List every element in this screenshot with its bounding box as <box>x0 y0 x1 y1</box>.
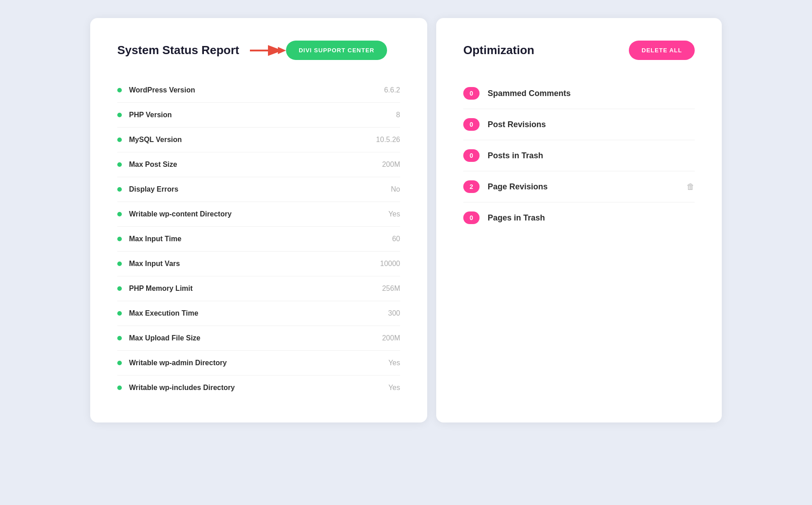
optimization-title: Optimization <box>463 43 534 57</box>
status-item: Max Input Time 60 <box>117 227 400 252</box>
status-item-left: Max Execution Time <box>117 309 198 317</box>
optimization-list: 0 Spammed Comments 0 Post Revisions 0 Po… <box>463 78 695 233</box>
status-value: 300 <box>388 309 400 317</box>
status-label: PHP Version <box>129 111 172 119</box>
status-item: Writable wp-admin Directory Yes <box>117 351 400 376</box>
status-dot <box>117 286 122 291</box>
status-dot <box>117 162 122 167</box>
status-dot <box>117 88 122 92</box>
optimization-label: Post Revisions <box>488 120 695 129</box>
status-label: Max Execution Time <box>129 309 198 317</box>
card-header: System Status Report DIVI SUPPORT CENTER <box>117 41 400 60</box>
status-label: MySQL Version <box>129 136 182 144</box>
status-value: 8 <box>396 111 400 119</box>
status-item: Writable wp-content Directory Yes <box>117 202 400 227</box>
status-label: Display Errors <box>129 185 178 193</box>
optimization-item: 0 Post Revisions <box>463 109 695 140</box>
status-label: Writable wp-includes Directory <box>129 384 235 392</box>
trash-icon[interactable]: 🗑 <box>687 182 695 192</box>
status-item-left: Max Input Time <box>117 235 181 243</box>
status-value: 256M <box>382 285 400 293</box>
optimization-count-badge: 0 <box>463 149 480 162</box>
status-item-left: WordPress Version <box>117 86 195 94</box>
status-label: Max Input Vars <box>129 260 180 268</box>
arrow-btn-container: DIVI SUPPORT CENTER <box>250 41 387 60</box>
status-label: Writable wp-admin Directory <box>129 359 227 367</box>
status-dot <box>117 138 122 142</box>
status-dot <box>117 113 122 117</box>
status-item: Writable wp-includes Directory Yes <box>117 376 400 400</box>
status-value: 10.5.26 <box>376 136 400 144</box>
status-dot <box>117 361 122 365</box>
optimization-item: 0 Pages in Trash <box>463 202 695 233</box>
status-item-left: PHP Memory Limit <box>117 285 193 293</box>
optimization-label: Page Revisions <box>488 182 678 192</box>
status-dot <box>117 187 122 192</box>
optimization-count-badge: 0 <box>463 87 480 100</box>
optimization-item: 2 Page Revisions 🗑 <box>463 171 695 202</box>
system-status-card: System Status Report DIVI SUPPORT CENTER <box>90 18 427 422</box>
status-value: 60 <box>392 235 400 243</box>
status-item-left: PHP Version <box>117 111 172 119</box>
status-list: WordPress Version 6.6.2 PHP Version 8 My… <box>117 78 400 400</box>
status-item: MySQL Version 10.5.26 <box>117 128 400 152</box>
status-item: Max Post Size 200M <box>117 152 400 177</box>
main-container: System Status Report DIVI SUPPORT CENTER <box>90 18 722 422</box>
status-value: 10000 <box>380 260 401 268</box>
status-item-left: Writable wp-includes Directory <box>117 384 235 392</box>
status-item: Max Execution Time 300 <box>117 301 400 326</box>
status-value: Yes <box>388 359 400 367</box>
status-item-left: Writable wp-content Directory <box>117 210 231 218</box>
optimization-card: Optimization DELETE ALL 0 Spammed Commen… <box>436 18 722 422</box>
status-dot <box>117 262 122 266</box>
divi-support-center-button[interactable]: DIVI SUPPORT CENTER <box>286 41 387 60</box>
status-label: Max Input Time <box>129 235 181 243</box>
status-value: No <box>391 185 400 193</box>
status-value: 200M <box>382 161 400 169</box>
optimization-count-badge: 0 <box>463 211 480 224</box>
status-label: Max Post Size <box>129 161 177 169</box>
status-item: PHP Memory Limit 256M <box>117 276 400 301</box>
status-item: PHP Version 8 <box>117 103 400 128</box>
status-item: WordPress Version 6.6.2 <box>117 78 400 103</box>
optimization-count-badge: 2 <box>463 180 480 193</box>
status-label: Writable wp-content Directory <box>129 210 231 218</box>
status-item-left: Display Errors <box>117 185 178 193</box>
status-label: Max Upload File Size <box>129 334 200 342</box>
status-dot <box>117 386 122 390</box>
status-dot <box>117 311 122 316</box>
svg-marker-2 <box>278 47 286 54</box>
status-dot <box>117 336 122 340</box>
status-item: Display Errors No <box>117 177 400 202</box>
status-item-left: Max Upload File Size <box>117 334 200 342</box>
status-item: Max Upload File Size 200M <box>117 326 400 351</box>
red-arrow-icon <box>250 42 286 59</box>
status-item-left: Max Post Size <box>117 161 177 169</box>
status-value: 6.6.2 <box>384 86 400 94</box>
delete-all-button[interactable]: DELETE ALL <box>629 41 695 60</box>
optimization-item: 0 Spammed Comments <box>463 78 695 109</box>
optimization-item: 0 Posts in Trash <box>463 140 695 171</box>
optimization-count-badge: 0 <box>463 118 480 131</box>
status-label: PHP Memory Limit <box>129 285 193 293</box>
optimization-label: Posts in Trash <box>488 151 695 161</box>
status-value: 200M <box>382 334 400 342</box>
optimization-label: Pages in Trash <box>488 213 695 223</box>
status-item-left: Writable wp-admin Directory <box>117 359 227 367</box>
optimization-header: Optimization DELETE ALL <box>463 41 695 60</box>
optimization-label: Spammed Comments <box>488 89 695 98</box>
status-value: Yes <box>388 384 400 392</box>
status-dot <box>117 212 122 216</box>
status-label: WordPress Version <box>129 86 195 94</box>
status-item-left: MySQL Version <box>117 136 182 144</box>
system-status-title: System Status Report <box>117 43 239 57</box>
status-dot <box>117 237 122 241</box>
status-value: Yes <box>388 210 400 218</box>
status-item: Max Input Vars 10000 <box>117 252 400 276</box>
status-item-left: Max Input Vars <box>117 260 180 268</box>
